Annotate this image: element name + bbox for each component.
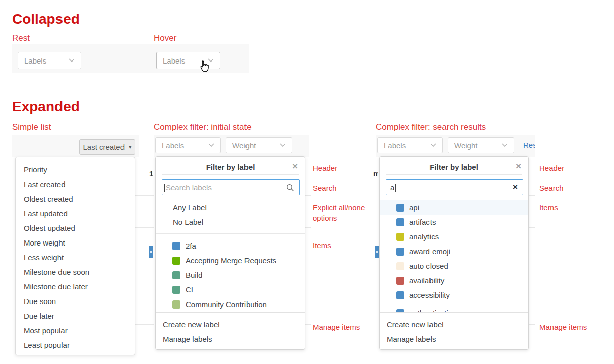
- annotation-leader-line: [529, 195, 535, 196]
- search-labels-input[interactable]: Search labels: [162, 179, 300, 195]
- grid-line: [135, 260, 154, 260]
- grid-line: [135, 324, 154, 325]
- label-filter-panel-search: Filter by label × a × api artifacts anal…: [379, 156, 529, 350]
- menu-item[interactable]: More weight: [16, 235, 135, 250]
- sort-toggle-label: Last created: [83, 143, 125, 151]
- menu-item[interactable]: Due later: [16, 309, 135, 323]
- annotation-leader-line: [305, 324, 311, 325]
- caret-down-icon: ▾: [129, 144, 132, 150]
- text-caret: [395, 184, 396, 192]
- manage-labels-button[interactable]: Manage labels: [380, 332, 528, 346]
- label-filter-panel-initial: Filter by label × Search labels Any Labe…: [155, 156, 305, 350]
- label-option[interactable]: award emoji: [380, 244, 528, 259]
- label-option-text: 2fa: [186, 241, 196, 250]
- menu-item[interactable]: Oldest updated: [16, 221, 135, 235]
- simple-list-dropdown-panel: Priority Last created Oldest created Las…: [15, 157, 135, 355]
- label-option-text: availability: [409, 276, 444, 285]
- menu-item-label: Least popular: [24, 341, 70, 349]
- labels-filter-dropdown[interactable]: Labels: [155, 137, 221, 153]
- menu-item[interactable]: Less weight: [16, 250, 135, 265]
- footer-divider: [380, 312, 528, 313]
- menu-item[interactable]: Least popular: [16, 338, 135, 352]
- menu-item[interactable]: Last updated: [16, 206, 135, 221]
- menu-item[interactable]: Priority: [16, 162, 135, 177]
- label-option[interactable]: Community Contribution: [156, 297, 305, 312]
- label-option[interactable]: Accepting Merge Requests: [156, 253, 305, 268]
- menu-item[interactable]: Milestone due soon: [16, 265, 135, 279]
- annotation-leader-line: [305, 195, 311, 196]
- section-title-expanded: Expanded: [12, 99, 80, 115]
- background-button-fragment: [149, 246, 153, 258]
- label-option-text: award emoji: [409, 247, 450, 256]
- annotation-manage-items: Manage items: [539, 322, 587, 332]
- sort-toggle-button[interactable]: Last created ▾: [79, 139, 135, 155]
- variant-label-search-results: Complex filter: search results: [376, 122, 486, 132]
- search-icon: [286, 184, 294, 192]
- menu-item-label: Priority: [24, 165, 47, 174]
- labels-filter-text: Labels: [162, 141, 184, 150]
- menu-item[interactable]: Most popular: [16, 323, 135, 338]
- search-labels-input[interactable]: a ×: [386, 179, 523, 195]
- search-demo-strip: Labels Weight Res: [376, 135, 535, 157]
- label-option[interactable]: 2fa: [156, 238, 305, 253]
- no-label-option[interactable]: No Label: [156, 215, 305, 229]
- menu-item-label: Most popular: [24, 326, 68, 335]
- label-color-chip: [396, 248, 404, 256]
- label-option-text: Community Contribution: [186, 300, 267, 309]
- any-label-text: Any Label: [173, 203, 207, 212]
- close-icon[interactable]: ×: [292, 161, 298, 171]
- label-option[interactable]: analytics: [380, 229, 528, 244]
- close-icon[interactable]: ×: [516, 161, 521, 171]
- background-button-glyph: [150, 251, 152, 253]
- background-text-fragment: m: [373, 169, 378, 178]
- background-text-fragment: 1: [149, 169, 153, 178]
- weight-filter-dropdown[interactable]: Weight: [226, 137, 292, 153]
- label-color-chip: [396, 233, 404, 241]
- menu-item[interactable]: Milestone due later: [16, 279, 135, 294]
- any-label-option[interactable]: Any Label: [156, 200, 305, 215]
- manage-labels-button[interactable]: Manage labels: [156, 332, 305, 346]
- clear-search-icon[interactable]: ×: [513, 182, 518, 192]
- label-color-chip: [172, 300, 180, 309]
- reset-link[interactable]: Res: [523, 141, 535, 149]
- menu-item-label: More weight: [24, 238, 65, 247]
- annotation-leader-line: [305, 227, 311, 228]
- section-title-collapsed: Collapsed: [12, 11, 80, 27]
- annotation-leader-line: [305, 163, 311, 163]
- label-option-text: api: [409, 203, 419, 212]
- annotation-search: Search: [539, 183, 564, 193]
- annotation-leader-line: [305, 292, 311, 292]
- create-new-label-button[interactable]: Create new label: [380, 317, 528, 332]
- variant-label-rest: Rest: [12, 33, 30, 43]
- weight-filter-dropdown[interactable]: Weight: [448, 137, 514, 153]
- search-input-value: a: [390, 183, 394, 192]
- label-option-text: analytics: [409, 232, 439, 241]
- manage-labels-text: Manage labels: [387, 335, 436, 343]
- text-caret: [164, 184, 165, 192]
- label-option[interactable]: artifacts: [380, 215, 528, 229]
- label-option[interactable]: CI: [156, 282, 305, 297]
- menu-item-label: Less weight: [24, 253, 64, 262]
- labels-filter-dropdown[interactable]: Labels: [377, 137, 443, 153]
- create-new-label-button[interactable]: Create new label: [156, 317, 305, 332]
- menu-item-label: Milestone due later: [24, 282, 88, 291]
- collapsed-demo-strip: Labels Labels: [12, 44, 249, 73]
- annotation-leader-line: [305, 260, 311, 260]
- label-option[interactable]: availability: [380, 273, 528, 288]
- annotation-items: Items: [313, 240, 331, 251]
- menu-item[interactable]: Oldest created: [16, 192, 135, 206]
- label-option-clipped[interactable]: authentication: [380, 306, 528, 312]
- label-option[interactable]: Build: [156, 268, 305, 282]
- menu-item[interactable]: Last created: [16, 177, 135, 192]
- annotation-header: Header: [539, 163, 564, 173]
- label-option[interactable]: auto closed: [380, 259, 528, 273]
- chevron-down-icon: [502, 143, 508, 147]
- label-option[interactable]: accessibility: [380, 288, 528, 302]
- labels-dropdown-hover[interactable]: Labels: [156, 52, 220, 69]
- menu-item[interactable]: Due soon: [16, 294, 135, 309]
- create-new-label-text: Create new label: [163, 320, 220, 329]
- variant-label-hover: Hover: [154, 33, 176, 43]
- label-option-highlighted[interactable]: api: [380, 200, 528, 215]
- annotation-leader-line: [529, 227, 535, 228]
- labels-dropdown-rest[interactable]: Labels: [18, 52, 81, 69]
